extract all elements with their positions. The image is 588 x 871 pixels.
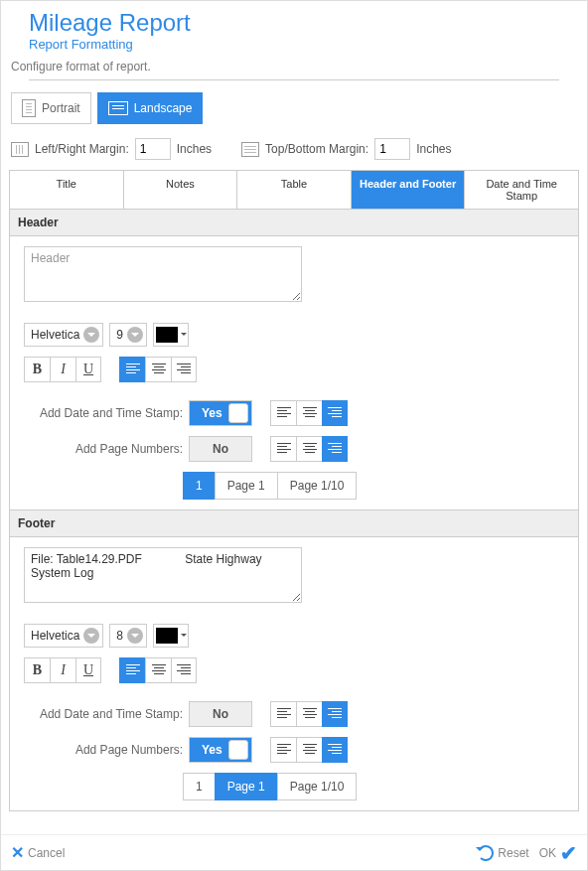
tb-margin-input[interactable]	[374, 138, 410, 160]
footer-page-align-center-button[interactable]	[296, 737, 322, 763]
tab-notes[interactable]: Notes	[124, 171, 238, 209]
orientation-portrait-button[interactable]: Portrait	[11, 92, 91, 124]
toggle-knob	[228, 403, 248, 423]
header-dts-toggle-value: Yes	[202, 406, 222, 420]
footer-page-format-1[interactable]: 1	[183, 773, 215, 800]
cancel-label: Cancel	[28, 846, 65, 860]
footer-add-dts-label: Add Date and Time Stamp:	[24, 707, 183, 721]
footer-color-picker[interactable]	[153, 624, 189, 648]
header-page-align-left-button[interactable]	[270, 436, 296, 462]
check-icon: ✔	[560, 841, 577, 865]
footer-section-heading: Footer	[10, 510, 578, 537]
footer-align-right-button[interactable]	[171, 657, 197, 683]
footer-page-toggle[interactable]: Yes	[189, 737, 252, 763]
header-italic-button[interactable]: I	[50, 357, 75, 382]
header-font-value: Helvetica	[31, 328, 79, 342]
header-add-dts-label: Add Date and Time Stamp:	[24, 406, 183, 420]
footer-italic-button[interactable]: I	[50, 657, 75, 683]
footer-font-select[interactable]: Helvetica	[24, 624, 103, 648]
dropdown-arrow-icon	[83, 628, 99, 644]
header-align-right-button[interactable]	[171, 357, 197, 382]
landscape-page-icon	[108, 101, 128, 115]
footer-align-center-button[interactable]	[145, 657, 171, 683]
header-size-select[interactable]: 9	[109, 323, 147, 347]
header-align-center-button[interactable]	[145, 357, 171, 382]
header-section-heading: Header	[10, 210, 578, 236]
header-page-format-page1[interactable]: Page 1	[215, 472, 277, 500]
tb-margin-label: Top/Bottom Margin:	[265, 142, 368, 156]
lr-units-label: Inches	[177, 142, 212, 156]
footer-page-format-page1[interactable]: Page 1	[215, 773, 277, 800]
page-title: Mileage Report	[29, 9, 579, 37]
color-swatch-icon	[156, 628, 178, 644]
header-dts-toggle[interactable]: Yes	[189, 400, 252, 426]
footer-dts-align-left-button[interactable]	[270, 701, 296, 727]
footer-align-left-button[interactable]	[119, 657, 145, 683]
reset-icon	[478, 845, 494, 861]
footer-underline-button[interactable]: U	[75, 657, 101, 683]
footer-font-value: Helvetica	[31, 629, 79, 643]
header-underline-button[interactable]: U	[75, 357, 101, 382]
caret-down-icon	[180, 323, 188, 347]
footer-dts-toggle[interactable]: No	[189, 701, 252, 727]
close-icon: ✕	[11, 843, 24, 862]
footer-bold-button[interactable]: B	[24, 657, 50, 683]
page-subtitle: Report Formatting	[29, 37, 579, 52]
lr-margin-input[interactable]	[135, 138, 171, 160]
color-swatch-icon	[156, 327, 178, 343]
footer-dts-align-center-button[interactable]	[296, 701, 322, 727]
landscape-label: Landscape	[134, 101, 193, 115]
header-size-value: 9	[116, 328, 123, 342]
header-page-toggle-value: No	[213, 442, 228, 456]
header-font-select[interactable]: Helvetica	[24, 323, 103, 347]
header-page-format-1[interactable]: 1	[183, 472, 215, 500]
footer-dts-toggle-value: No	[213, 707, 228, 721]
footer-add-page-label: Add Page Numbers:	[24, 743, 183, 757]
page-description: Configure format of report.	[11, 60, 579, 73]
header-dts-align-center-button[interactable]	[296, 400, 322, 426]
footer-text-input[interactable]	[24, 547, 302, 603]
tab-header-footer[interactable]: Header and Footer	[352, 171, 466, 209]
footer-size-select[interactable]: 8	[109, 624, 147, 648]
header-align-left-button[interactable]	[119, 357, 145, 382]
dropdown-arrow-icon	[127, 628, 143, 644]
footer-page-toggle-value: Yes	[202, 743, 222, 757]
header-color-picker[interactable]	[153, 323, 189, 347]
header-bold-button[interactable]: B	[24, 357, 50, 382]
tab-date-time-stamp[interactable]: Date and Time Stamp	[465, 171, 578, 209]
divider	[29, 79, 559, 80]
footer-page-format-page1of10[interactable]: Page 1/10	[277, 773, 358, 800]
header-dts-align-right-button[interactable]	[322, 400, 348, 426]
tab-title[interactable]: Title	[10, 171, 124, 209]
dropdown-arrow-icon	[127, 327, 143, 343]
toggle-knob	[228, 740, 248, 760]
header-page-align-right-button[interactable]	[322, 436, 348, 462]
ok-label: OK	[539, 846, 556, 860]
portrait-page-icon	[22, 99, 36, 117]
tb-units-label: Inches	[416, 142, 451, 156]
reset-label: Reset	[498, 846, 528, 860]
tb-margin-icon	[241, 142, 259, 157]
footer-dts-align-right-button[interactable]	[322, 701, 348, 727]
ok-button[interactable]: OK ✔	[539, 841, 577, 865]
footer-size-value: 8	[116, 629, 123, 643]
tab-table[interactable]: Table	[237, 171, 352, 209]
footer-page-align-left-button[interactable]	[270, 737, 296, 763]
orientation-landscape-button[interactable]: Landscape	[97, 92, 204, 124]
portrait-label: Portrait	[42, 101, 80, 115]
header-page-align-center-button[interactable]	[296, 436, 322, 462]
header-page-toggle[interactable]: No	[189, 436, 252, 462]
header-dts-align-left-button[interactable]	[270, 400, 296, 426]
tabs: Title Notes Table Header and Footer Date…	[9, 170, 579, 210]
header-text-input[interactable]	[24, 246, 302, 302]
reset-button[interactable]: Reset	[478, 845, 528, 861]
footer-page-align-right-button[interactable]	[322, 737, 348, 763]
header-add-page-label: Add Page Numbers:	[24, 442, 183, 456]
lr-margin-icon	[11, 142, 29, 157]
header-page-format-page1of10[interactable]: Page 1/10	[277, 472, 358, 500]
cancel-button[interactable]: ✕ Cancel	[11, 843, 65, 862]
lr-margin-label: Left/Right Margin:	[35, 142, 129, 156]
dropdown-arrow-icon	[83, 327, 99, 343]
caret-down-icon	[180, 624, 188, 648]
